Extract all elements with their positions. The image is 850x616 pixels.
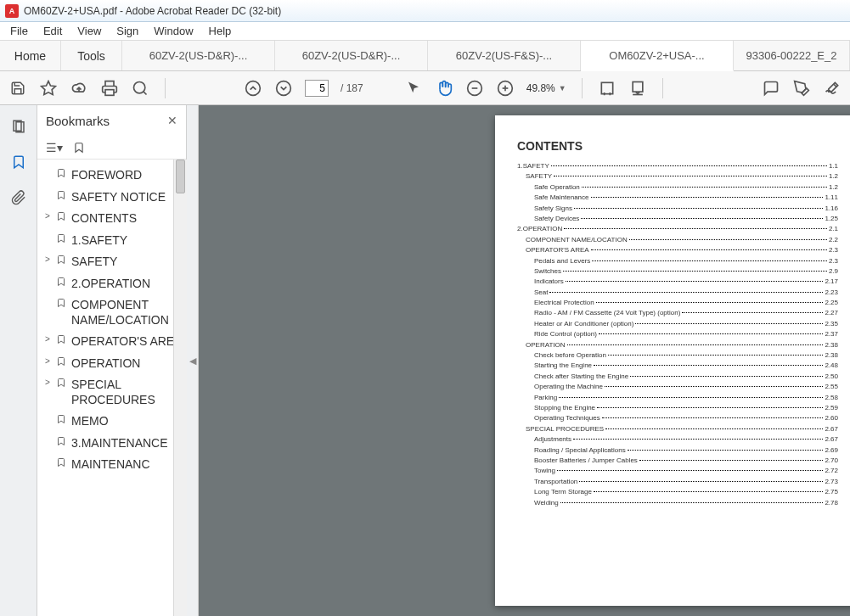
fit-width-icon[interactable] xyxy=(598,79,616,98)
document-viewport[interactable]: CONTENTS 1.SAFETY1.1SAFETY1.2Safe Operat… xyxy=(199,105,850,616)
toc-page: 2.60 xyxy=(825,413,838,423)
star-icon[interactable] xyxy=(39,79,58,98)
bookmarks-list[interactable]: FOREWORDSAFETY NOTICE>CONTENTS1.SAFETY>S… xyxy=(37,160,186,616)
bookmark-label: COMPONENT NAME/LOCATION xyxy=(71,298,184,328)
toc-page: 2.3 xyxy=(829,245,838,255)
toc-page: 2.73 xyxy=(825,477,838,487)
thumbnails-icon[interactable] xyxy=(9,117,28,136)
cloud-icon[interactable] xyxy=(70,79,88,98)
expand-icon[interactable]: > xyxy=(42,378,53,389)
bookmark-glyph-icon xyxy=(56,436,68,446)
comment-icon[interactable] xyxy=(762,79,780,98)
toc-title: Starting the Engine xyxy=(534,361,592,371)
toc-title: SPECIAL PROCEDURES xyxy=(526,424,604,434)
expand-icon[interactable]: > xyxy=(42,334,53,345)
menu-file[interactable]: File xyxy=(3,23,35,39)
bookmarks-scrollbar[interactable] xyxy=(173,160,187,616)
toc-title: Seat xyxy=(534,288,548,298)
bookmark-item[interactable]: >SPECIAL PROCEDURES xyxy=(39,374,186,411)
toc-page: 2.38 xyxy=(825,340,838,350)
pointer-icon[interactable] xyxy=(404,79,423,98)
save-icon[interactable] xyxy=(8,79,27,98)
zoom-in-icon[interactable] xyxy=(496,79,515,98)
expand-icon[interactable]: > xyxy=(42,356,53,367)
toc-title: SAFETY xyxy=(526,171,552,182)
bookmark-item[interactable]: SAFETY NOTICE xyxy=(39,187,186,209)
toc-page: 2.48 xyxy=(825,361,838,371)
bookmark-glyph-icon xyxy=(56,334,68,344)
toc-page: 2.58 xyxy=(825,393,838,403)
bm-options-icon[interactable]: ☰▾ xyxy=(46,141,63,154)
fit-page-icon[interactable] xyxy=(628,79,647,98)
toc-entry: Stopping the Engine2.59 xyxy=(517,403,838,413)
sign-icon[interactable] xyxy=(823,79,842,98)
doc-tab-2[interactable]: 60ZV-2(US-F&S)-... xyxy=(428,41,581,70)
zoom-select[interactable]: 49.8%▼ xyxy=(526,82,566,94)
bookmark-item[interactable]: >CONTENTS xyxy=(39,208,186,230)
bookmark-label: SPECIAL PROCEDURES xyxy=(71,378,184,407)
bookmark-item[interactable]: FOREWORD xyxy=(39,165,186,187)
bookmark-item[interactable]: 1.SAFETY xyxy=(39,230,186,252)
page-number-input[interactable] xyxy=(305,80,329,97)
toc-entry: COMPONENT NAME/LOCATION2.2 xyxy=(517,235,838,245)
close-icon[interactable]: ✕ xyxy=(167,114,177,127)
toc-page: 2.17 xyxy=(825,277,838,287)
bookmark-item[interactable]: >SAFETY xyxy=(39,251,186,273)
expand-icon[interactable]: > xyxy=(42,255,53,266)
svg-line-3 xyxy=(144,91,147,94)
bookmark-item[interactable]: 3.MAINTENANCE xyxy=(39,433,186,455)
page-down-icon[interactable] xyxy=(274,79,293,98)
toc-title: Operating the Machine xyxy=(534,382,603,392)
toc-entry: Adjustments2.67 xyxy=(517,434,838,445)
attachments-icon[interactable] xyxy=(9,188,28,207)
bookmark-item[interactable]: 2.OPERATION xyxy=(39,273,186,295)
toc-entry: Pedals and Levers2.3 xyxy=(517,256,838,266)
toc-title: Long Term Storage xyxy=(534,487,592,497)
bookmark-item[interactable]: MAINTENANC xyxy=(39,454,186,476)
bookmark-glyph-icon xyxy=(56,414,68,424)
toc-page: 2.78 xyxy=(825,498,838,508)
toolbar: / 187 49.8%▼ xyxy=(0,71,850,105)
toc-title: Roading / Special Applications xyxy=(534,445,626,456)
hand-icon[interactable] xyxy=(435,79,453,98)
toc-page: 2.50 xyxy=(825,372,838,382)
menu-view[interactable]: View xyxy=(70,23,108,39)
bookmarks-icon[interactable] xyxy=(9,153,28,171)
bookmarks-tools: ☰▾ xyxy=(37,136,186,160)
toc-title: Pedals and Levers xyxy=(534,256,590,266)
page-up-icon[interactable] xyxy=(244,79,262,98)
bookmark-item[interactable]: >OPERATION xyxy=(39,353,186,375)
bookmarks-panel: Bookmarks ✕ ☰▾ FOREWORDSAFETY NOTICE>CON… xyxy=(37,105,187,616)
bm-new-icon[interactable] xyxy=(73,142,85,154)
print-icon[interactable] xyxy=(100,79,119,98)
menu-window[interactable]: Window xyxy=(147,23,200,39)
panel-splitter[interactable]: ◀ xyxy=(187,105,199,616)
tab-tools[interactable]: Tools xyxy=(61,41,122,70)
highlight-icon[interactable] xyxy=(792,79,811,98)
menu-help[interactable]: Help xyxy=(202,23,239,39)
menu-edit[interactable]: Edit xyxy=(37,23,69,39)
bookmark-label: SAFETY xyxy=(71,255,184,270)
table-of-contents: 1.SAFETY1.1SAFETY1.2Safe Operation1.2Saf… xyxy=(517,161,838,508)
svg-rect-11 xyxy=(601,82,612,93)
expand-icon[interactable]: > xyxy=(42,211,53,222)
toc-title: COMPONENT NAME/LOCATION xyxy=(526,235,628,245)
tab-home[interactable]: Home xyxy=(0,41,61,70)
bookmark-glyph-icon xyxy=(56,168,68,178)
toc-entry: Operating Techniques2.60 xyxy=(517,413,838,423)
bookmark-item[interactable]: COMPONENT NAME/LOCATION xyxy=(39,294,186,331)
doc-tab-3[interactable]: OM60ZV-2+USA-... xyxy=(581,41,734,71)
toc-title: Heater or Air Conditioner (option) xyxy=(534,319,633,329)
toc-page: 2.27 xyxy=(825,308,838,318)
bookmark-item[interactable]: MEMO xyxy=(39,411,186,433)
zoom-out-icon[interactable] xyxy=(465,79,484,98)
svg-marker-0 xyxy=(42,81,56,94)
doc-tab-0[interactable]: 60ZV-2(US-D&R)-... xyxy=(122,41,275,70)
doc-tab-4[interactable]: 93306-00222_E_2 xyxy=(734,41,850,70)
bookmark-glyph-icon xyxy=(56,298,68,308)
search-icon[interactable] xyxy=(131,79,149,98)
toc-page: 1.2 xyxy=(829,182,838,193)
bookmark-item[interactable]: >OPERATOR'S AREA xyxy=(39,331,186,353)
menu-sign[interactable]: Sign xyxy=(110,23,145,39)
doc-tab-1[interactable]: 60ZV-2(US-D&R)-... xyxy=(275,41,428,70)
